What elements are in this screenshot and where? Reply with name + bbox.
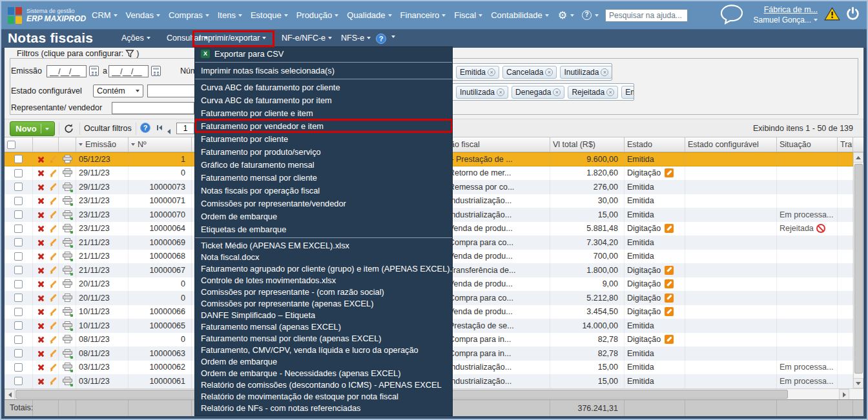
menu-acoes[interactable]: Ações <box>121 34 150 43</box>
edit-icon[interactable] <box>49 225 56 233</box>
chip-remove-icon[interactable] <box>488 68 495 76</box>
export-menu-item-resumo-nf[interactable]: Resumo NF <box>195 414 452 416</box>
export-menu-item-etiquetas-de-embarque[interactable]: Etiquetas de embarque <box>195 223 452 235</box>
export-menu-item-gra-fico-de-faturamento-mensal[interactable]: Gráfico de faturamento mensal <box>195 158 452 171</box>
delete-icon[interactable] <box>37 170 43 177</box>
header-cell[interactable]: Estado <box>625 137 685 152</box>
printer-icon[interactable] <box>63 321 72 330</box>
digitacao-edit-icon[interactable] <box>665 307 674 316</box>
delete-icon[interactable] <box>37 239 43 246</box>
export-menu-item-ordem-de-embarque[interactable]: Ordem de embarque <box>195 355 452 367</box>
pagination-first-button[interactable] <box>157 125 162 130</box>
export-menu-item-faturamento-mensal-apenas-excel[interactable]: Faturamento mensal (apenas EXCEL) <box>195 321 452 332</box>
header-cell[interactable]: Situação <box>777 137 838 152</box>
printer-icon[interactable] <box>63 363 72 372</box>
edit-icon[interactable] <box>49 308 56 316</box>
printer-icon[interactable] <box>63 279 72 288</box>
chip-remove-icon[interactable] <box>545 68 553 76</box>
edit-icon[interactable] <box>49 294 56 302</box>
edit-icon[interactable] <box>49 280 56 288</box>
filter-chip[interactable]: Em processamento <box>621 86 634 99</box>
chip-remove-icon[interactable] <box>601 68 608 76</box>
row-checkbox[interactable] <box>14 210 23 219</box>
help-icon[interactable] <box>376 34 386 44</box>
export-menu-item-danfe-simplificado-etiqueta[interactable]: DANFE Simplificado – Etiqueta <box>195 309 452 321</box>
delete-icon[interactable] <box>37 281 43 288</box>
sort-menu-icon[interactable] <box>79 143 83 146</box>
refresh-icon[interactable] <box>63 123 74 134</box>
app-logo[interactable]: Sistema de gestão ERP MAXIPROD <box>8 7 84 24</box>
delete-icon[interactable] <box>37 183 43 190</box>
export-menu-item-comisso-es-por-representante-com-raza-o-social[interactable]: Comissões por representante - (com razão… <box>195 286 452 297</box>
chat-bubble-icon[interactable] <box>719 3 745 27</box>
edit-icon[interactable] <box>49 349 56 357</box>
row-checkbox[interactable] <box>14 238 23 246</box>
delete-icon[interactable] <box>37 211 43 218</box>
edit-icon[interactable] <box>49 363 56 372</box>
topbar-menu-itens[interactable]: Itens <box>218 10 242 20</box>
export-menu-item-relato-rio-de-comisso-es-descontando-o-icms-apenas-excel[interactable]: Relatório de comissões (descontando o IC… <box>195 379 452 390</box>
printer-icon[interactable] <box>63 377 72 386</box>
export-menu-item-faturamento-por-cliente-e-item[interactable]: Faturamento por cliente e item <box>195 106 452 119</box>
vertical-scroll-thumb[interactable] <box>854 164 863 374</box>
printer-icon[interactable] <box>63 252 72 261</box>
export-menu-item-curva-abc-de-faturamento-por-cliente[interactable]: Curva ABC de faturamento por cliente <box>195 81 452 94</box>
chevron-down-icon[interactable] <box>595 14 599 17</box>
row-checkbox[interactable] <box>14 321 23 330</box>
emissao-to-input[interactable] <box>108 65 149 77</box>
export-menu-item-notas-fiscais-por-operac-a-o-fiscal[interactable]: Notas fiscais por operação fiscal <box>195 184 452 197</box>
filter-chip[interactable]: Denegada <box>512 86 564 99</box>
edit-icon[interactable] <box>49 266 56 274</box>
edit-icon[interactable] <box>49 169 56 177</box>
row-checkbox[interactable] <box>14 349 23 357</box>
topbar-menu-contabilidade[interactable]: Contabilidade <box>491 10 549 20</box>
export-menu-item-ticket-me-dio-apenas-em-excel-xlsx[interactable]: Ticket Médio (APENAS EM EXCEL).xlsx <box>195 239 452 251</box>
row-checkbox[interactable] <box>14 363 23 372</box>
scroll-left-icon[interactable] <box>5 389 15 400</box>
chip-remove-icon[interactable] <box>606 88 614 96</box>
edit-icon[interactable] <box>49 155 56 163</box>
scroll-up-icon[interactable] <box>853 152 863 163</box>
topbar-menu-compras[interactable]: Compras <box>169 10 209 20</box>
delete-icon[interactable] <box>37 308 43 315</box>
edit-icon[interactable] <box>49 210 56 219</box>
filters-legend[interactable]: Filtros (clique para configurar: ) <box>14 49 143 58</box>
printer-icon[interactable] <box>63 168 72 177</box>
delete-icon[interactable] <box>37 266 43 274</box>
row-checkbox[interactable] <box>14 294 23 302</box>
filter-chip[interactable]: Inutilizada <box>560 66 612 79</box>
printer-icon[interactable] <box>63 196 72 205</box>
calendar-icon[interactable] <box>151 66 161 76</box>
menu-nfe-nfce[interactable]: NF-e/NFC-e <box>282 34 332 43</box>
export-menu-item-comisso-es-por-representante-vendedor[interactable]: Comissões por representante/vendedor <box>195 197 452 210</box>
warning-icon[interactable] <box>824 7 840 23</box>
printer-icon[interactable] <box>63 294 72 303</box>
header-cell[interactable]: Estado configurável <box>685 137 777 152</box>
row-checkbox[interactable] <box>14 280 23 288</box>
sort-menu-icon[interactable] <box>131 143 135 146</box>
topbar-menu-vendas[interactable]: Vendas <box>126 10 160 20</box>
row-checkbox[interactable] <box>14 155 23 163</box>
topbar-menu-estoque[interactable]: Estoque <box>251 10 288 20</box>
row-checkbox[interactable] <box>14 197 23 205</box>
scroll-right-icon[interactable] <box>839 389 849 400</box>
edit-icon[interactable] <box>49 197 56 205</box>
printer-icon[interactable] <box>63 349 72 358</box>
gear-icon[interactable]: ⚙ <box>558 10 567 21</box>
edit-icon[interactable] <box>49 321 56 330</box>
delete-icon[interactable] <box>37 294 43 301</box>
header-cell[interactable] <box>59 137 76 152</box>
export-menu-item-relato-rio-de-nfs-com-notas-referenciadas[interactable]: Relatório de NFs - com notas referenciad… <box>195 402 452 414</box>
row-checkbox[interactable] <box>14 169 23 177</box>
calendar-icon[interactable] <box>89 66 99 76</box>
delete-icon[interactable] <box>37 197 43 205</box>
header-cell[interactable] <box>5 137 33 152</box>
printer-icon[interactable] <box>63 266 72 275</box>
export-menu-item-imprimir-notas-fiscais-selecionada-s[interactable]: Imprimir notas fiscais selecionada(s) <box>195 64 452 77</box>
scroll-down-icon[interactable] <box>853 378 863 388</box>
export-menu-item-faturamento-agrupado-por-cliente-grupo-e-item-apenas-excel-xlsx[interactable]: Faturamento agrupado por cliente (grupo)… <box>195 263 452 274</box>
header-cell[interactable]: Tran <box>838 137 853 152</box>
row-checkbox[interactable] <box>14 252 23 261</box>
topbar-menu-produc-a-o[interactable]: Produção <box>296 10 339 20</box>
menu-nfse[interactable]: NFS-e <box>341 34 371 43</box>
